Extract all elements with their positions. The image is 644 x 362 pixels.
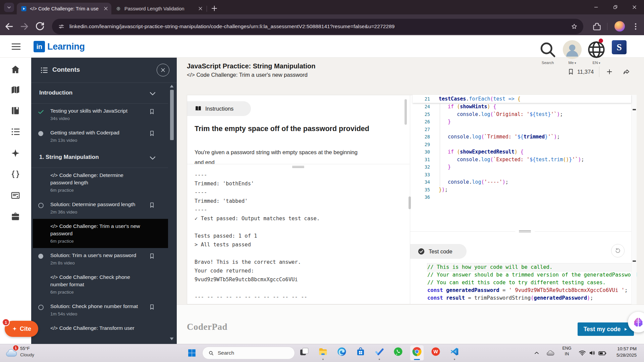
svg-text:W: W	[433, 349, 438, 354]
taskbar-chrome-button[interactable]	[410, 345, 424, 361]
tray-clock[interactable]: 10:57 PM5/28/2025	[603, 346, 637, 358]
bookmark-icon[interactable]	[149, 253, 155, 259]
forward-button[interactable]	[19, 21, 30, 32]
bookmark-star-icon[interactable]	[571, 23, 578, 30]
vertical-divider-handle[interactable]	[409, 196, 411, 209]
contents-lesson[interactable]: Solution: Trim a user's new password2m 8…	[31, 248, 168, 270]
add-icon[interactable]	[606, 68, 613, 75]
tray-language[interactable]: ENGIN	[559, 346, 575, 357]
edge-icon	[337, 347, 347, 357]
contents-section[interactable]: 1. String Manipulation	[31, 147, 168, 168]
todo-icon	[374, 347, 384, 357]
contents-lesson[interactable]: </> Code Challenge: Check phone number f…	[31, 270, 168, 299]
editor-line: 35});	[413, 186, 631, 194]
new-tab-button[interactable]	[210, 4, 218, 12]
console-output[interactable]: ----Trimmed: 'bothEnds'----Trimmed: 'tab…	[195, 171, 408, 301]
extensions-icon[interactable]	[592, 21, 602, 32]
rail-item-sparkle[interactable]	[10, 148, 20, 158]
test-code-tab[interactable]: Test code	[410, 244, 467, 259]
tab-separator	[207, 6, 207, 12]
taskbar-whatsapp-button[interactable]	[391, 345, 405, 361]
browser-tab[interactable]: Password Length Validation	[111, 3, 206, 14]
tab-close-icon[interactable]	[103, 6, 109, 11]
bookmark-icon[interactable]	[149, 202, 155, 208]
taskbar-search[interactable]: Search	[202, 347, 295, 359]
home-icon	[10, 64, 20, 74]
contents-close-button[interactable]	[157, 64, 169, 76]
restore-button[interactable]	[606, 0, 625, 14]
cite-button[interactable]: Cite	[5, 321, 38, 337]
tab-search-button[interactable]	[4, 3, 14, 12]
close-button[interactable]	[625, 0, 644, 14]
bookmark-icon[interactable]	[149, 130, 155, 137]
splitter-handle-area[interactable]	[515, 229, 535, 234]
console-line: ✓ Test passed: Output matches test case.	[195, 214, 408, 223]
volume-icon[interactable]	[588, 349, 596, 357]
taskbar-search-label: Search	[218, 350, 234, 356]
editor-scrollbar[interactable]	[631, 95, 637, 304]
scroll-down-arrow[interactable]	[170, 337, 174, 341]
test-code-editor[interactable]: // This is how your code will be called.…	[427, 263, 633, 302]
onedrive-icon[interactable]	[545, 348, 555, 358]
contents-lesson[interactable]: </> Code Challenge: Trim a user's new pa…	[31, 219, 168, 248]
header-me[interactable]: Me	[562, 40, 582, 65]
rail-item-briefcase[interactable]	[10, 212, 20, 222]
contents-lesson[interactable]: Solution: Determine password length2m 36…	[31, 197, 168, 219]
taskbar-vscode-button[interactable]	[447, 345, 462, 361]
code-editor[interactable]: 24 if (showHints) {25 console.log(`Origi…	[413, 103, 631, 201]
instructions-scrollbar[interactable]	[405, 99, 407, 125]
reset-test-code-button[interactable]	[611, 244, 625, 257]
line-number: 35	[413, 187, 430, 192]
url-bar[interactable]: linkedin.com/learning/javascript-practic…	[52, 19, 583, 34]
taskbar-task-view-button[interactable]	[297, 345, 311, 361]
header-search[interactable]: Search	[538, 40, 558, 65]
bookmark-icon[interactable]	[567, 68, 575, 75]
hamburger-menu-icon[interactable]	[11, 43, 21, 50]
rail-item-braces[interactable]	[10, 169, 20, 179]
header-language[interactable]: EN	[586, 40, 606, 65]
running-indicator	[379, 359, 380, 360]
contents-lesson[interactable]: Testing your skills with JavaScript34s v…	[31, 104, 168, 125]
site-settings-icon[interactable]	[58, 23, 65, 30]
contents-lesson[interactable]: Getting started with Coderpad2m 13s vide…	[31, 125, 168, 147]
rail-item-map[interactable]	[10, 85, 20, 95]
console-line: ----	[195, 171, 408, 179]
tab-close-icon[interactable]	[198, 6, 203, 11]
windows-start-icon[interactable]	[187, 349, 196, 357]
chevron-down-icon	[149, 89, 157, 98]
taskbar-edge-button[interactable]	[335, 345, 349, 361]
taskbar-file-explorer-button[interactable]	[316, 345, 330, 361]
reload-button[interactable]	[34, 21, 46, 32]
left-pane-splitter[interactable]	[187, 164, 410, 170]
taskbar-todo-button[interactable]	[372, 345, 386, 361]
rail-item-library[interactable]	[10, 106, 20, 116]
embed-footer	[177, 304, 644, 344]
taskbar-wps-office-button[interactable]: W	[429, 345, 443, 361]
browser-profile-avatar[interactable]	[614, 21, 625, 32]
rail-item-contents-list[interactable]	[10, 127, 20, 137]
minimize-button[interactable]	[587, 0, 606, 14]
wifi-icon[interactable]	[578, 349, 586, 357]
sider-logo[interactable]: S	[612, 40, 627, 54]
contents-lesson[interactable]: </> Code Challenge: Determine password l…	[31, 168, 168, 197]
bookmark-icon[interactable]	[149, 304, 155, 310]
lesson-title: </> Code Challenge: Trim a user's new pa…	[50, 223, 147, 237]
rail-item-home[interactable]	[10, 64, 20, 74]
contents-section[interactable]: Introduction	[31, 83, 168, 104]
rail-item-certificate[interactable]	[10, 190, 20, 200]
taskbar-microsoft-store-button[interactable]	[354, 345, 368, 361]
share-icon[interactable]	[623, 68, 630, 76]
instructions-tab[interactable]: Instructions	[187, 101, 251, 116]
tray-chevron-up-icon[interactable]	[533, 350, 540, 356]
browser-menu-icon[interactable]	[631, 21, 641, 32]
contents-lesson[interactable]: Solution: Check phone number format1m 54…	[31, 299, 168, 321]
line-number: 36	[413, 194, 430, 200]
bookmark-icon[interactable]	[149, 108, 155, 115]
scrollbar-thumb[interactable]	[170, 90, 174, 140]
linkedin-learning-logo[interactable]: in Learning	[34, 41, 85, 52]
scroll-up-arrow[interactable]	[170, 84, 174, 88]
back-button[interactable]	[3, 21, 15, 32]
test-my-code-button[interactable]: Test my code	[578, 322, 634, 336]
browser-tab[interactable]: </> Code Challenge: Trim a use	[17, 3, 111, 14]
contents-lesson[interactable]: </> Code Challenge: Transform user	[31, 321, 168, 336]
